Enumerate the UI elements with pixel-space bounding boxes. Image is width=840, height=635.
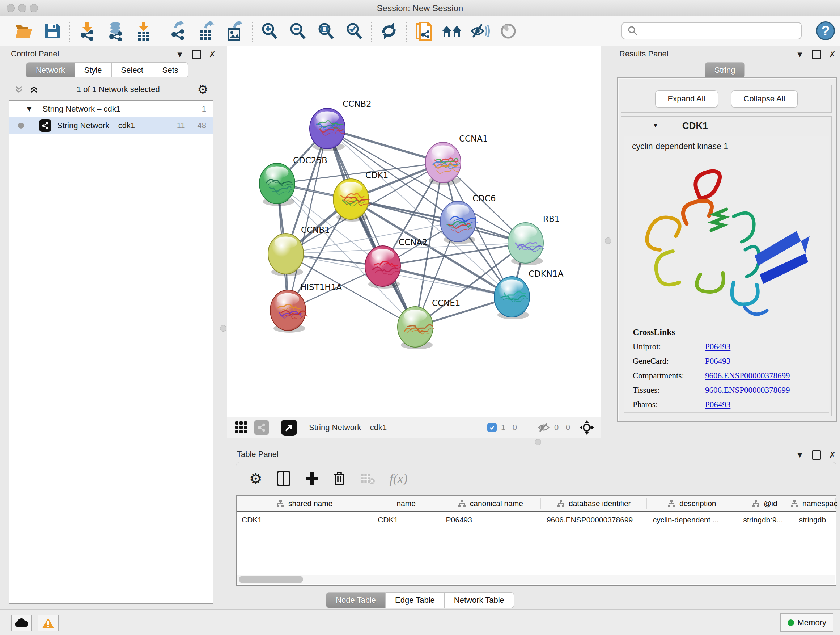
right-splitter-handle[interactable]	[605, 238, 611, 244]
network-node-CDC25B[interactable]: CDC25B	[259, 156, 327, 206]
export-image-button[interactable]	[221, 19, 249, 44]
zoom-selected-button[interactable]	[340, 19, 368, 44]
table-cell: CDK1	[373, 516, 441, 524]
crosslink-link[interactable]: 9606.ENSP00000378699	[705, 371, 790, 380]
protein-description: cyclin-dependent kinase 1	[624, 136, 829, 151]
zoom-in-button[interactable]	[256, 19, 284, 44]
network-node-CDC6[interactable]: CDC6	[440, 194, 496, 244]
scrollbar-thumb[interactable]	[239, 576, 303, 583]
split-columns-icon[interactable]	[277, 471, 291, 486]
namespace-tree-icon	[752, 500, 760, 508]
table-horizontal-scrollbar[interactable]	[237, 575, 835, 584]
crosshair-icon[interactable]	[579, 420, 594, 435]
search-input[interactable]	[622, 22, 802, 40]
open-file-button[interactable]	[10, 19, 38, 44]
network-node-RB1[interactable]: RB1	[508, 214, 560, 265]
tab-node-table[interactable]: Node Table	[326, 592, 386, 608]
column-header-@id[interactable]: @id	[737, 498, 792, 509]
collapse-all-button[interactable]: Collapse All	[731, 90, 798, 108]
save-session-button[interactable]	[38, 19, 66, 44]
tab-style[interactable]: Style	[75, 62, 112, 78]
network-row[interactable]: String Network – cdk1 11 48	[9, 117, 213, 134]
add-column-icon[interactable]	[305, 472, 319, 486]
node-table[interactable]: shared namenamecanonical namedatabase id…	[236, 495, 836, 586]
import-network-database-button[interactable]	[101, 19, 129, 44]
panel-float-icon[interactable]	[812, 450, 821, 460]
tab-network[interactable]: Network	[26, 62, 75, 78]
table-row[interactable]: CDK1CDK1P064939606.ENSP00000378699cyclin…	[237, 512, 836, 528]
panel-collapse-icon[interactable]: ▼	[176, 51, 184, 59]
export-network-button[interactable]	[164, 19, 193, 44]
network-canvas[interactable]: CCNB2CCNA1CDC25BCDK1CDC6RB1CCNB1CCNA2CDK…	[227, 46, 601, 417]
hide-glyphs-button[interactable]	[466, 19, 494, 44]
zoom-fit-button[interactable]	[312, 19, 340, 44]
column-header-database-identifier[interactable]: database identifier	[541, 498, 647, 509]
tab-edge-table[interactable]: Edge Table	[386, 592, 445, 608]
network-node-CCNB2[interactable]: CCNB2	[309, 99, 371, 151]
column-header-description[interactable]: description	[647, 498, 737, 509]
network-edge-CCNB2-CCNE1[interactable]	[327, 128, 415, 327]
expand-all-button[interactable]: Expand All	[655, 90, 718, 108]
panel-float-icon[interactable]	[812, 50, 821, 59]
refresh-button[interactable]	[375, 19, 403, 44]
clone-network-button[interactable]	[409, 19, 438, 44]
network-node-CCNB1[interactable]: CCNB1	[268, 225, 330, 276]
tab-sets[interactable]: Sets	[153, 62, 188, 78]
panel-collapse-icon[interactable]: ▼	[796, 451, 804, 459]
namespace-tree-icon	[667, 500, 676, 508]
collapse-all-icon[interactable]	[14, 84, 24, 95]
crosslink-link[interactable]: P06493	[705, 400, 730, 409]
table-cell: 9606.ENSP00000378699	[542, 516, 648, 524]
memory-button[interactable]: Memory	[780, 613, 834, 632]
crosslink-link[interactable]: 9606.ENSP00000378699	[705, 386, 790, 395]
help-button[interactable]: ?	[816, 21, 835, 40]
table-cell: CDK1	[237, 516, 373, 524]
left-splitter-handle[interactable]	[220, 325, 226, 332]
table-gear-icon[interactable]: ⚙	[249, 471, 262, 486]
collection-expand-icon[interactable]: ▼	[25, 104, 33, 114]
section-collapse-icon[interactable]: ▼	[653, 122, 658, 129]
open-in-window-icon[interactable]	[281, 420, 297, 435]
panel-float-icon[interactable]	[192, 50, 201, 59]
import-network-file-button[interactable]	[73, 19, 101, 44]
zoom-out-button[interactable]	[284, 19, 312, 44]
panel-collapse-icon[interactable]: ▼	[796, 51, 804, 59]
string-view-icon[interactable]	[254, 420, 269, 435]
crosslink-link[interactable]: P06493	[705, 356, 730, 366]
crosslink-link[interactable]: P06493	[705, 342, 730, 352]
panel-close-icon[interactable]: ✗	[209, 51, 216, 59]
question-mark-icon: ?	[821, 23, 829, 39]
bottom-splitter-handle[interactable]	[535, 439, 541, 445]
show-glyphs-button[interactable]	[494, 19, 523, 44]
refresh-icon	[380, 22, 398, 40]
column-header-name[interactable]: name	[372, 498, 440, 509]
string-home-button[interactable]	[438, 19, 466, 44]
delete-column-icon[interactable]	[333, 471, 346, 486]
network-node-CCNA1[interactable]: CCNA1	[425, 134, 488, 185]
column-header-namespac[interactable]: namespac	[792, 498, 836, 509]
crosslink-label: Pharos:	[624, 400, 705, 409]
network-node-CCNE1[interactable]: CCNE1	[398, 298, 461, 349]
selected-checkbox-icon[interactable]	[487, 423, 497, 432]
import-table-button[interactable]	[129, 19, 158, 44]
tab-string[interactable]: String	[705, 62, 745, 78]
network-node-CDKN1A[interactable]: CDKN1A	[494, 269, 564, 319]
birds-eye-view-icon[interactable]	[235, 421, 248, 434]
network-node-CDK1[interactable]: CDK1	[333, 171, 388, 222]
results-panel: Expand All Collapse All ▼ CDK1 cyclin-de…	[617, 78, 837, 422]
panel-close-icon[interactable]: ✗	[829, 451, 836, 459]
tab-network-table[interactable]: Network Table	[445, 592, 514, 608]
export-table-button[interactable]	[193, 19, 221, 44]
network-node-HIST1H1A[interactable]: HIST1H1A	[270, 282, 342, 333]
network-selection-status: 1 of 1 Network selected	[39, 85, 197, 94]
expand-all-icon[interactable]	[29, 84, 39, 95]
column-header-shared-name[interactable]: shared name	[237, 498, 372, 509]
tab-select[interactable]: Select	[112, 62, 153, 78]
warning-button[interactable]	[38, 615, 58, 631]
table-header-row: shared namenamecanonical namedatabase id…	[237, 496, 836, 512]
column-header-canonical-name[interactable]: canonical name	[440, 498, 541, 509]
network-collection-row[interactable]: ▼ String Network – cdk1 1	[9, 101, 213, 117]
panel-close-icon[interactable]: ✗	[829, 51, 836, 59]
cloud-button[interactable]	[11, 615, 32, 631]
gear-icon[interactable]: ⚙	[197, 83, 208, 96]
